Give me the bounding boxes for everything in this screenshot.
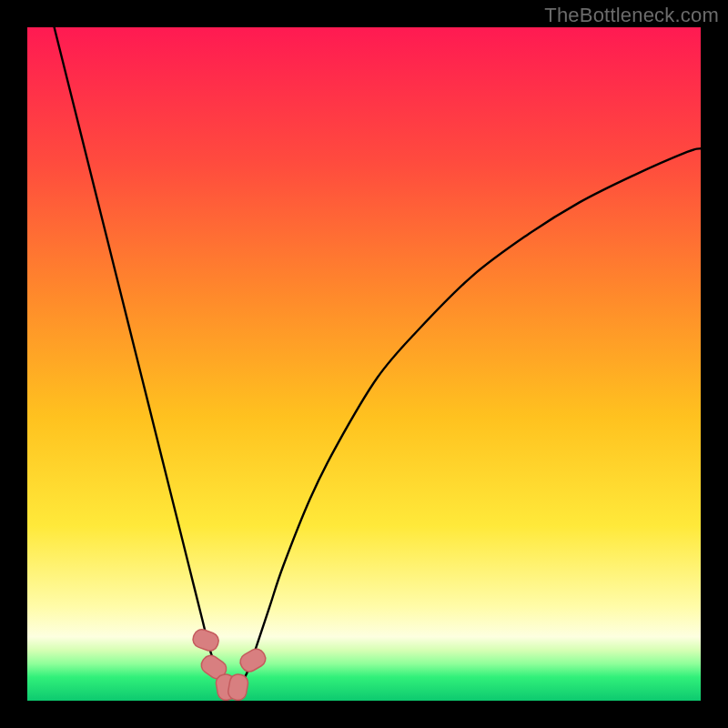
bottleneck-curve	[55, 27, 701, 688]
plot-area	[27, 27, 701, 701]
marker-group	[191, 627, 269, 701]
curve-marker	[191, 627, 221, 652]
watermark-text: TheBottleneck.com	[544, 4, 719, 27]
curve-marker	[238, 646, 268, 674]
curve-layer	[27, 27, 701, 701]
